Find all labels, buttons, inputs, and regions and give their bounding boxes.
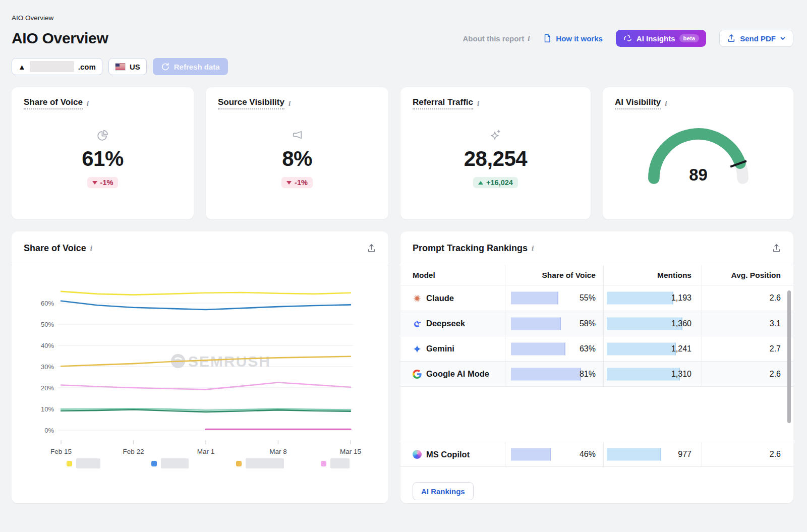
triangle-down-icon bbox=[92, 181, 97, 185]
chart-title: Share of Voice bbox=[24, 243, 86, 254]
export-icon bbox=[367, 247, 376, 255]
mentions-value: 977 bbox=[678, 450, 691, 459]
share-of-voice-bar bbox=[511, 292, 558, 305]
page-title: AIO Overview bbox=[12, 30, 108, 47]
table-body: Claude55%1,1932.6Deepseek58%1,3603.1Gemi… bbox=[400, 285, 793, 386]
ai-swirl-icon bbox=[623, 34, 632, 43]
export-table-button[interactable] bbox=[772, 244, 781, 253]
legend-marker bbox=[151, 461, 157, 466]
kpi-title[interactable]: Share of Voice bbox=[24, 97, 83, 109]
svg-text:30%: 30% bbox=[41, 363, 54, 371]
sparkles-icon bbox=[489, 129, 502, 143]
mentions-value: 1,241 bbox=[671, 344, 691, 353]
kpi-title[interactable]: AI Visibility bbox=[615, 97, 661, 109]
export-chart-button[interactable] bbox=[367, 244, 376, 253]
legend-marker bbox=[236, 461, 242, 466]
share-of-voice-bar bbox=[511, 317, 561, 330]
info-icon[interactable]: i bbox=[665, 99, 667, 108]
kpi-title[interactable]: Source Visibility bbox=[218, 97, 284, 109]
share-of-voice-chart-card: Share of Voice i 0%10%20%30%40%50%60%SEM… bbox=[12, 231, 388, 503]
column-header-mentions[interactable]: Mentions bbox=[604, 265, 702, 285]
column-header-share-of-voice[interactable]: Share of Voice bbox=[505, 265, 604, 285]
info-icon[interactable]: i bbox=[477, 99, 479, 108]
ai-rankings-button[interactable]: AI Rankings bbox=[413, 482, 474, 500]
table-header-row: Model Share of Voice Mentions Avg. Posit… bbox=[400, 265, 793, 285]
country-code: US bbox=[130, 63, 140, 71]
svg-text:Mar 1: Mar 1 bbox=[197, 448, 215, 455]
model-name: Deepseek bbox=[426, 319, 465, 328]
about-this-report[interactable]: About this report i bbox=[463, 34, 530, 43]
ai-visibility-gauge: 89 bbox=[647, 127, 750, 186]
kpi-card-share-of-voice: Share of Voice i 61% -1% bbox=[12, 87, 194, 219]
info-icon[interactable]: i bbox=[90, 244, 92, 253]
mentions-value: 1,193 bbox=[671, 293, 691, 303]
column-header-avg-position[interactable]: Avg. Position bbox=[702, 265, 793, 285]
model-name: MS Copilot bbox=[426, 450, 470, 459]
table-redacted-gap bbox=[400, 386, 793, 442]
kpi-value: 28,254 bbox=[464, 147, 527, 171]
breadcrumb[interactable]: AIO Overview bbox=[12, 14, 793, 22]
legend-marker bbox=[67, 461, 72, 466]
table-row-claude[interactable]: Claude55%1,1932.6 bbox=[400, 285, 793, 311]
info-icon[interactable]: i bbox=[289, 99, 291, 108]
table-row-google-ai-mode[interactable]: Google AI Mode81%1,3102.6 bbox=[400, 361, 793, 386]
legend-marker bbox=[321, 461, 326, 466]
refresh-data-button[interactable]: Refresh data bbox=[153, 58, 228, 75]
how-it-works-link[interactable]: How it works bbox=[543, 34, 603, 43]
legend-item[interactable] bbox=[151, 458, 189, 468]
share-of-voice-line-chart: 0%10%20%30%40%50%60%SEMRUSHFeb 15Feb 22M… bbox=[12, 265, 388, 472]
kpi-value: 61% bbox=[82, 147, 124, 171]
column-header-model[interactable]: Model bbox=[400, 265, 505, 285]
deepseek-icon bbox=[413, 319, 422, 328]
svg-text:10%: 10% bbox=[41, 405, 54, 413]
svg-text:40%: 40% bbox=[41, 342, 54, 349]
table-row-deepseek[interactable]: Deepseek58%1,3603.1 bbox=[400, 311, 793, 336]
table-row-gemini[interactable]: Gemini63%1,2412.7 bbox=[400, 336, 793, 361]
legend-item[interactable] bbox=[67, 458, 100, 468]
legend-label-redacted bbox=[330, 458, 350, 468]
svg-text:60%: 60% bbox=[41, 300, 54, 307]
share-of-voice-value: 58% bbox=[580, 319, 596, 328]
export-icon bbox=[772, 247, 781, 255]
series-yellow bbox=[61, 291, 351, 295]
legend-label-redacted bbox=[76, 458, 100, 468]
svg-text:50%: 50% bbox=[41, 321, 54, 328]
mentions-value: 1,310 bbox=[671, 370, 691, 379]
google-icon bbox=[413, 370, 422, 379]
svg-text:Feb 15: Feb 15 bbox=[50, 448, 72, 455]
legend-item[interactable] bbox=[321, 458, 350, 468]
info-icon[interactable]: i bbox=[87, 99, 89, 108]
model-name: Google AI Mode bbox=[426, 369, 489, 379]
table-row-ms-copilot[interactable]: MS Copilot46%9772.6 bbox=[400, 442, 793, 467]
kpi-value: 8% bbox=[282, 147, 312, 171]
table-scrollbar[interactable] bbox=[787, 290, 791, 423]
share-of-voice-bar bbox=[511, 368, 581, 380]
series-blue bbox=[61, 301, 351, 310]
avg-position-value: 2.6 bbox=[702, 362, 793, 386]
info-icon[interactable]: i bbox=[528, 34, 530, 43]
info-icon[interactable]: i bbox=[532, 244, 534, 253]
domain-filter[interactable]: ▲ .com bbox=[12, 58, 102, 75]
legend-item[interactable] bbox=[236, 458, 284, 468]
gemini-icon bbox=[413, 344, 422, 353]
legend-label-redacted bbox=[161, 458, 189, 468]
kpi-change-badge: -1% bbox=[281, 177, 313, 188]
kpi-change-badge: +16,024 bbox=[473, 177, 518, 188]
mentions-bar bbox=[607, 368, 680, 380]
send-pdf-button[interactable]: Send PDF bbox=[719, 30, 793, 47]
country-filter[interactable]: US bbox=[108, 58, 147, 75]
share-of-voice-value: 55% bbox=[580, 293, 596, 303]
us-flag-icon bbox=[115, 63, 126, 71]
ai-insights-button[interactable]: AI Insights beta bbox=[616, 30, 706, 47]
chart-legend bbox=[12, 458, 388, 469]
kpi-card-ai-visibility: AI Visibility i 89 bbox=[603, 87, 793, 219]
svg-text:0%: 0% bbox=[44, 427, 54, 434]
series-pink bbox=[61, 383, 351, 390]
megaphone-icon bbox=[291, 129, 304, 143]
upload-icon bbox=[727, 34, 736, 43]
mentions-bar bbox=[607, 292, 673, 305]
kpi-title[interactable]: Referral Traffic bbox=[413, 97, 473, 109]
table-title: Prompt Tracking Rankings bbox=[413, 243, 528, 254]
prompt-tracking-rankings-card: Prompt Tracking Rankings i Model Share o… bbox=[400, 231, 793, 503]
triangle-down-icon bbox=[286, 181, 292, 185]
